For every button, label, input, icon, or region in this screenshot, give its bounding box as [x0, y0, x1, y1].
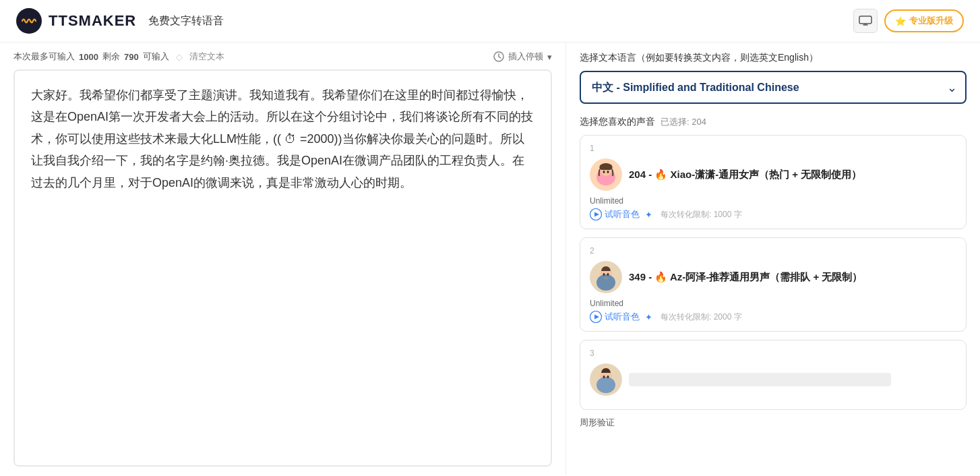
- voice-number-2: 2: [590, 246, 956, 256]
- listen-label-1: 试听音色: [605, 208, 640, 220]
- left-panel: 本次最多可输入 1000 剩余 790 可输入 ◇ 清空文本 插入停顿 ▾: [0, 42, 566, 475]
- text-area-wrapper: [13, 69, 552, 467]
- play-icon-2: [590, 311, 602, 323]
- svg-marker-9: [594, 212, 599, 217]
- voice-card-top-3: [590, 363, 956, 396]
- insert-pause-label: 插入停顿: [508, 51, 543, 63]
- voice-avatar-1: [590, 158, 622, 191]
- svg-point-19: [596, 377, 615, 393]
- voice-avatar-2: [590, 261, 622, 293]
- max-count: 1000: [79, 52, 98, 62]
- voice-card-top-2: 349 - 🔥 Az-阿泽-推荐通用男声（需排队 + 无限制）: [590, 261, 956, 293]
- star-icon: ⭐: [895, 16, 906, 26]
- max-input-label: 本次最多可输入: [13, 51, 75, 63]
- lang-section-title: 选择文本语言（例如要转换英文内容，则选英文English）: [580, 52, 967, 64]
- svg-marker-16: [594, 315, 599, 320]
- voice-badge-1: Unlimited: [590, 196, 956, 206]
- voice-number-1: 1: [590, 144, 956, 153]
- voice-number-3: 3: [590, 349, 956, 358]
- clear-label: 清空文本: [189, 51, 224, 63]
- voice-info-1: 204 - 🔥 Xiao-潇潇-通用女声（热门 + 无限制使用）: [629, 169, 956, 181]
- can-input-label: 可输入: [143, 51, 169, 63]
- svg-point-13: [603, 273, 605, 276]
- voice-card-1: 1: [580, 135, 967, 229]
- voice-card-2: 2 349 - 🔥 Az-阿泽-推荐通用: [580, 237, 967, 332]
- fire-icon-1: 🔥: [654, 169, 667, 180]
- fire-icon-2: 🔥: [654, 271, 667, 282]
- logo-text: TTSMAKER: [49, 12, 136, 30]
- svg-point-12: [596, 274, 615, 291]
- diamond-icon-2: ✦: [645, 312, 652, 322]
- language-select[interactable]: 中文 - Simplified and Traditional Chinese: [580, 71, 967, 104]
- header-left: TTSMAKER 免费文字转语音: [16, 8, 224, 34]
- pro-label: 专业版升级: [909, 15, 953, 27]
- voice-name-1: 204 - 🔥 Xiao-潇潇-通用女声（热门 + 无限制使用）: [629, 169, 956, 181]
- right-panel: 选择文本语言（例如要转换英文内容，则选英文English） 中文 - Simpl…: [566, 42, 980, 475]
- voice-limit-2: 每次转化限制: 2000 字: [661, 311, 742, 323]
- voice-actions-1: 试听音色 ✦ 每次转化限制: 1000 字: [590, 208, 956, 220]
- listen-button-2[interactable]: 试听音色: [590, 311, 640, 323]
- svg-rect-0: [859, 16, 871, 24]
- insert-pause-button[interactable]: 插入停顿 ▾: [493, 51, 552, 63]
- svg-point-7: [607, 171, 609, 173]
- pro-upgrade-button[interactable]: ⭐ 专业版升级: [884, 9, 964, 32]
- bottom-section-title: 周形验证: [580, 417, 967, 429]
- diamond-icon-1: ✦: [645, 210, 652, 220]
- clock-icon: [493, 51, 504, 62]
- main-container: 本次最多可输入 1000 剩余 790 可输入 ◇ 清空文本 插入停顿 ▾: [0, 42, 980, 475]
- logo-icon: [16, 8, 42, 34]
- voice-avatar-3: [590, 363, 622, 396]
- voice-name-2: 349 - 🔥 Az-阿泽-推荐通用男声（需排队 + 无限制）: [629, 271, 956, 284]
- listen-label-2: 试听音色: [605, 311, 640, 323]
- voice-section-title: 选择您喜欢的声音: [580, 116, 655, 128]
- lang-select-wrapper: 中文 - Simplified and Traditional Chinese …: [580, 71, 967, 104]
- header: TTSMAKER 免费文字转语音 ⭐ 专业版升级: [0, 0, 980, 42]
- remaining-label: 剩余: [102, 51, 120, 63]
- display-icon-button[interactable]: [853, 9, 878, 33]
- header-right: ⭐ 专业版升级: [853, 9, 964, 33]
- play-icon-1: [590, 208, 602, 220]
- selected-count: 已选择: 204: [661, 116, 706, 128]
- voice-card-top-1: 204 - 🔥 Xiao-潇潇-通用女声（热门 + 无限制使用）: [590, 158, 956, 191]
- main-text-input[interactable]: [15, 71, 551, 465]
- voice-card-3: 3: [580, 340, 967, 410]
- voice-badge-2: Unlimited: [590, 299, 956, 308]
- remaining-count: 790: [124, 52, 139, 62]
- toolbar-left: 本次最多可输入 1000 剩余 790 可输入 ◇ 清空文本: [13, 51, 224, 63]
- toolbar: 本次最多可输入 1000 剩余 790 可输入 ◇ 清空文本 插入停顿 ▾: [13, 51, 552, 63]
- divider: ◇: [176, 52, 183, 62]
- svg-point-14: [607, 273, 609, 276]
- voice-name-3-placeholder: [629, 373, 891, 386]
- listen-button-1[interactable]: 试听音色: [590, 208, 640, 220]
- chevron-down-icon: ▾: [547, 52, 552, 62]
- voice-info-3: [629, 373, 956, 386]
- svg-point-6: [603, 171, 605, 173]
- clear-text-button[interactable]: 清空文本: [189, 51, 224, 63]
- svg-point-21: [607, 376, 609, 378]
- svg-point-20: [603, 376, 605, 378]
- voice-limit-1: 每次转化限制: 1000 字: [661, 209, 742, 220]
- logo-subtitle: 免费文字转语音: [148, 14, 224, 28]
- voice-info-2: 349 - 🔥 Az-阿泽-推荐通用男声（需排队 + 无限制）: [629, 271, 956, 284]
- voice-section-header: 选择您喜欢的声音 已选择: 204: [580, 116, 967, 128]
- voice-actions-2: 试听音色 ✦ 每次转化限制: 2000 字: [590, 311, 956, 323]
